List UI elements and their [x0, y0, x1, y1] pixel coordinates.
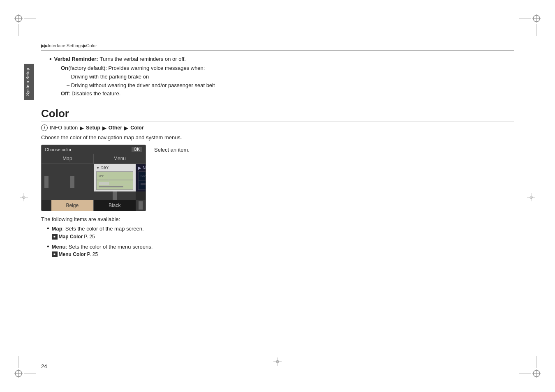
- svg-rect-39: [141, 183, 146, 185]
- nav-info-text: INFO button: [50, 125, 78, 131]
- side-tab: System Setup: [24, 64, 34, 100]
- following-text: The following items are available:: [41, 216, 514, 222]
- items-list: • Map: Sets the color of the map screen.…: [47, 225, 514, 257]
- color-section: Color i INFO button ▶ Setup ▶ Other ▶ Co…: [41, 107, 514, 257]
- map-ref-text: Map Color: [59, 234, 83, 240]
- bottom-left-btn[interactable]: [94, 191, 136, 200]
- svg-text:MAP: MAP: [99, 175, 104, 177]
- choose-color-screen: Choose color OK Map Menu ✦: [41, 145, 146, 211]
- svg-text:NAV: NAV: [141, 175, 146, 177]
- verbal-off-detail: Off: Disables the feature.: [61, 90, 514, 98]
- menu-ref-text: Menu Color: [59, 251, 86, 257]
- tab-map[interactable]: Map: [42, 154, 94, 164]
- menu-ref-icon: ■: [52, 251, 58, 257]
- map-item-name: Map: [52, 226, 62, 232]
- verbal-reminder-title: Verbal Reminder:: [54, 56, 98, 62]
- main-content: • Verbal Reminder: Turns the verbal remi…: [41, 49, 514, 359]
- bullet-dot: •: [49, 56, 52, 62]
- screen-tabs: Map Menu: [42, 154, 146, 164]
- nav-path: i INFO button ▶ Setup ▶ Other ▶ Color: [41, 125, 514, 131]
- night-cell[interactable]: ▶ NIGHT NAV: [136, 164, 146, 191]
- nav-color: Color: [130, 125, 144, 131]
- day-star-icon: ✦: [96, 166, 99, 170]
- menu-ref-page: P. 25: [87, 251, 98, 257]
- black-cell[interactable]: Black: [94, 200, 136, 211]
- left-side-btn[interactable]: [42, 164, 51, 200]
- menu-item-desc: Menu: Sets the color of the menu screens…: [52, 243, 153, 251]
- day-map-preview: MAP: [96, 171, 133, 190]
- bottom-right-btn[interactable]: [136, 200, 146, 211]
- right-side-btn[interactable]: [51, 164, 94, 200]
- ok-button[interactable]: OK: [132, 147, 142, 152]
- tab-menu[interactable]: Menu: [94, 154, 146, 164]
- map-ref-icon: ■: [52, 234, 58, 240]
- mid-mark-left: [20, 193, 28, 203]
- mid-mark-right: [527, 193, 535, 203]
- map-ref-page: P. 25: [84, 234, 95, 240]
- corner-mark-bl: [12, 355, 37, 380]
- screen-grid: ✦ DAY MAP: [42, 164, 146, 211]
- map-ref-link: ■ Map Color P. 25: [52, 234, 144, 240]
- bullet-menu: •: [47, 243, 49, 250]
- svg-rect-33: [99, 182, 109, 185]
- color-heading: Color: [41, 107, 514, 122]
- nav-arrow-2: ▶: [102, 125, 106, 131]
- night-label: ▶ NIGHT: [138, 166, 146, 170]
- nav-other: Other: [109, 125, 122, 131]
- screen-area: Choose color OK Map Menu ✦: [41, 145, 514, 211]
- nav-arrow-3: ▶: [124, 125, 128, 131]
- menu-ref-link: ■ Menu Color P. 25: [52, 251, 153, 257]
- day-label: ✦ DAY: [96, 166, 109, 170]
- list-item-map: • Map: Sets the color of the map screen.…: [47, 225, 514, 240]
- beige-cell[interactable]: Beige: [51, 200, 94, 211]
- list-item-menu: • Menu: Sets the color of the menu scree…: [47, 243, 514, 258]
- verbal-reminder-item: • Verbal Reminder: Turns the verbal remi…: [49, 55, 514, 62]
- screen-bottom-row: Beige Black: [51, 200, 136, 211]
- corner-mark-br: [518, 355, 543, 380]
- left-side-rect: [44, 176, 49, 188]
- right-side-rect: [70, 176, 74, 188]
- select-item-text: Select an item.: [154, 147, 514, 153]
- map-item-desc: Map: Sets the color of the map screen.: [52, 225, 144, 233]
- nav-arrow-1: ▶: [80, 125, 84, 131]
- day-cell[interactable]: ✦ DAY MAP: [94, 164, 136, 191]
- corner-mark-tl: [12, 12, 37, 37]
- verbal-reminder-desc: Turns the verbal reminders on or off.: [99, 56, 186, 62]
- color-description: Choose the color of the navigation map a…: [41, 134, 514, 141]
- screen-header: Choose color OK: [42, 145, 146, 154]
- corner-mark-tr: [518, 12, 543, 37]
- verbal-dash2: – Driving without wearing the driver and…: [67, 81, 514, 90]
- info-icon: i: [41, 125, 48, 131]
- page-number: 24: [41, 363, 47, 369]
- verbal-reminder-section: • Verbal Reminder: Turns the verbal remi…: [49, 55, 514, 98]
- bullet-map: •: [47, 225, 49, 232]
- nav-setup: Setup: [86, 125, 100, 131]
- verbal-dash1: – Driving with the parking brake on: [67, 73, 514, 81]
- menu-item-name: Menu: [52, 244, 66, 250]
- verbal-on-detail: On(factory default): Provides warning vo…: [61, 64, 514, 73]
- night-arrow-icon: ▶: [138, 166, 141, 170]
- screen-title: Choose color: [45, 147, 72, 152]
